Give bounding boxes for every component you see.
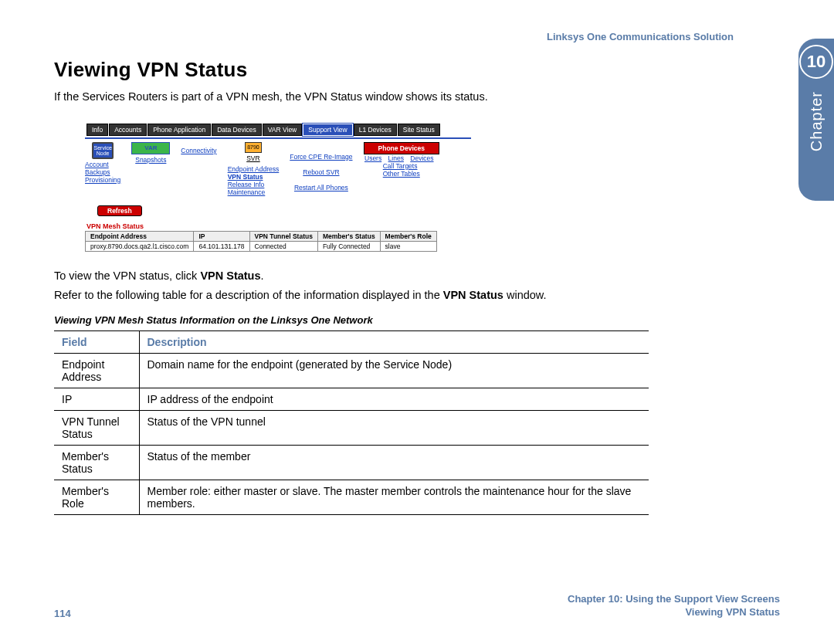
footer-chapter: Chapter 10: Using the Support View Scree… (568, 593, 780, 606)
ss-link-release-info[interactable]: Release Info (228, 181, 265, 188)
field-description-table: Field Description Endpoint AddressDomain… (54, 330, 649, 515)
description-cell: Status of the VPN tunnel (139, 410, 649, 445)
vpn-status-screenshot: InfoAccountsPhone ApplicationData Device… (85, 122, 471, 252)
instruction-1: To view the VPN status, click VPN Status… (54, 269, 734, 284)
desc-tbody: Endpoint AddressDomain name for the endp… (54, 353, 649, 514)
ss-link-endpoint-address[interactable]: Endpoint Address (228, 165, 280, 173)
ss-link-call-targets[interactable]: Call Targets (383, 162, 418, 170)
ss-phone-links: Call TargetsOther Tables (383, 162, 420, 178)
ss-tab-info[interactable]: Info (86, 124, 108, 136)
ss-tab-var-view[interactable]: VAR View (263, 124, 302, 136)
ss-link-users[interactable]: Users (364, 154, 381, 162)
th-field: Field (54, 330, 139, 353)
description-cell: Member role: either master or slave. The… (139, 480, 649, 514)
field-cell: Member's Role (54, 480, 139, 514)
ss-link-maintenance[interactable]: Maintenance (228, 188, 266, 196)
table-row: Member's RoleMember role: either master … (54, 480, 649, 514)
ss-link-force-cpe-re-image[interactable]: Force CPE Re-Image (290, 153, 352, 161)
table-row: Member's StatusStatus of the member (54, 445, 649, 480)
table-row: Endpoint AddressDomain name for the endp… (54, 353, 649, 388)
ss-service-links: AccountBackupsProvisioning (85, 161, 120, 184)
section-title: Viewing VPN Status (54, 58, 734, 82)
ss-connectivity: Connectivity (181, 147, 216, 154)
ss-link-account[interactable]: Account (85, 161, 109, 168)
ss-tab-l1-devices[interactable]: L1 Devices (354, 124, 397, 136)
th-description: Description (139, 330, 649, 353)
ss-site-col: 8790 SVR Endpoint AddressVPN StatusRelea… (228, 142, 280, 196)
ss-var-col: VAR Snapshots (131, 142, 170, 164)
ss-link-reboot-svr[interactable]: Reboot SVR (303, 168, 339, 176)
ss-ops-links: Force CPE Re-ImageReboot SVRRestart All … (290, 153, 352, 199)
table-caption: Viewing VPN Mesh Status Information on t… (54, 314, 734, 326)
ss-tab-site-status[interactable]: Site Status (398, 124, 440, 136)
field-cell: Endpoint Address (54, 353, 139, 388)
var-icon: VAR (131, 142, 170, 154)
ss-link-backups[interactable]: Backups (85, 168, 110, 176)
ss-site-links: Endpoint AddressVPN StatusRelease InfoMa… (228, 165, 280, 196)
table-row: VPN Tunnel StatusStatus of the VPN tunne… (54, 410, 649, 445)
site-sub: SVR (246, 154, 259, 162)
chapter-number-badge: 10 (799, 45, 833, 79)
mesh-header-row: Endpoint AddressIPVPN Tunnel StatusMembe… (86, 231, 437, 241)
table-row: IPIP address of the endpoint (54, 388, 649, 410)
mesh-status-table: Endpoint AddressIPVPN Tunnel StatusMembe… (85, 231, 437, 252)
ss-link-restart-all-phones[interactable]: Restart All Phones (294, 184, 348, 192)
ss-link-devices[interactable]: Devices (410, 154, 433, 162)
field-cell: IP (54, 388, 139, 410)
chapter-side-tab: 10 Chapter (798, 39, 834, 201)
ss-tab-phone-application[interactable]: Phone Application (147, 124, 211, 136)
ss-link-snapshots[interactable]: Snapshots (135, 156, 166, 164)
chapter-label: Chapter (808, 91, 826, 151)
ss-tab-support-view[interactable]: Support View (303, 124, 352, 136)
ss-service-node-col: Service Node AccountBackupsProvisioning (85, 142, 120, 184)
description-cell: Status of the member (139, 445, 649, 480)
description-cell: IP address of the endpoint (139, 388, 649, 410)
ss-link-lines[interactable]: Lines (388, 154, 404, 162)
page-footer: 114 Chapter 10: Using the Support View S… (54, 593, 780, 619)
ss-phone-col: Phone Devices Users Lines Devices Call T… (364, 142, 439, 178)
footer-section: Viewing VPN Status (568, 606, 780, 619)
ss-tab-accounts[interactable]: Accounts (109, 124, 147, 136)
connectivity-link[interactable]: Connectivity (181, 147, 216, 154)
description-cell: Domain name for the endpoint (generated … (139, 353, 649, 388)
field-cell: VPN Tunnel Status (54, 410, 139, 445)
mesh-status-title: VPN Mesh Status (86, 222, 471, 230)
product-header: Linksys One Communications Solution (54, 31, 734, 42)
service-node-icon: Service Node (92, 142, 114, 159)
intro-text: If the Services Routers is part of a VPN… (54, 90, 734, 105)
page-number: 114 (54, 608, 71, 619)
ss-tab-data-devices[interactable]: Data Devices (212, 124, 262, 136)
ss-tab-bar: InfoAccountsPhone ApplicationData Device… (85, 122, 471, 137)
ss-var-links: Snapshots (135, 156, 166, 164)
instruction-2: Refer to the following table for a descr… (54, 288, 734, 303)
phone-top-links: Users Lines Devices (364, 154, 439, 162)
phone-devices-header: Phone Devices (364, 142, 439, 154)
field-cell: Member's Status (54, 445, 139, 480)
mesh-data-row: proxy.8790.docs.qa2.l1.cisco.com64.101.1… (86, 241, 437, 251)
refresh-button[interactable]: Refresh (97, 205, 142, 216)
ss-link-other-tables[interactable]: Other Tables (383, 170, 420, 178)
site-icon: 8790 (245, 142, 262, 153)
ss-link-provisioning[interactable]: Provisioning (85, 176, 120, 184)
ss-link-vpn-status[interactable]: VPN Status (228, 173, 263, 181)
